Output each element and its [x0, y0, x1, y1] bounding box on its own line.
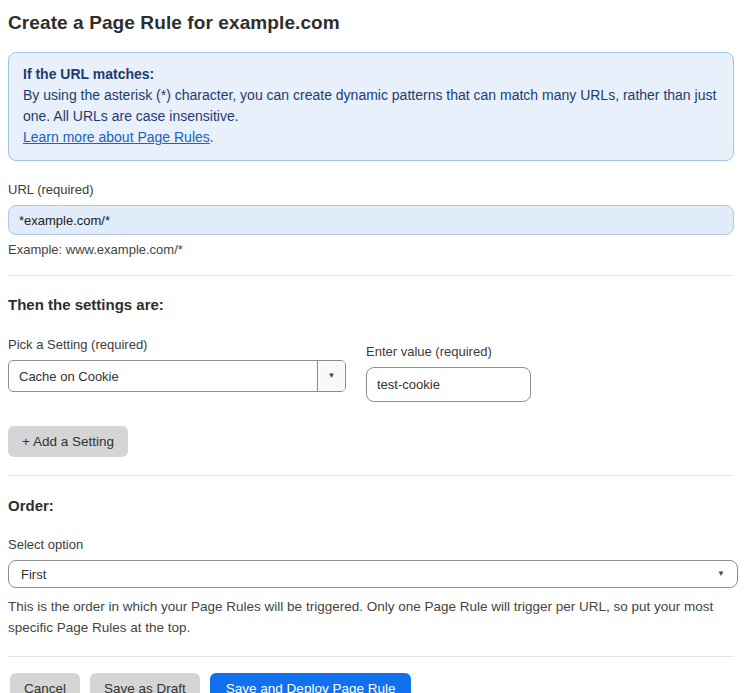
learn-more-link[interactable]: Learn more about Page Rules: [23, 129, 210, 145]
divider: [8, 656, 734, 657]
order-helper: This is the order in which your Page Rul…: [8, 596, 734, 638]
chevron-down-icon: ▼: [717, 570, 725, 578]
info-box-heading: If the URL matches:: [23, 66, 154, 82]
divider: [8, 475, 734, 476]
cancel-button[interactable]: Cancel: [10, 673, 80, 693]
info-box-body: By using the asterisk (*) character, you…: [23, 85, 719, 127]
settings-row: Pick a Setting (required) Cache on Cooki…: [8, 337, 734, 402]
setting-select[interactable]: Cache on Cookie ▼: [8, 360, 346, 392]
footer-actions: Cancel Save as Draft Save and Deploy Pag…: [10, 673, 734, 693]
divider: [8, 275, 734, 276]
save-deploy-button[interactable]: Save and Deploy Page Rule: [210, 673, 412, 693]
order-select[interactable]: First ▼: [8, 560, 738, 588]
setting-value-group: Enter value (required): [366, 344, 531, 402]
setting-select-value: Cache on Cookie: [9, 361, 317, 391]
save-draft-button[interactable]: Save as Draft: [90, 673, 200, 693]
link-suffix: .: [210, 129, 214, 145]
settings-heading: Then the settings are:: [8, 296, 734, 313]
order-select-value: First: [21, 567, 46, 582]
url-helper: Example: www.example.com/*: [8, 242, 734, 257]
setting-select-label: Pick a Setting (required): [8, 337, 346, 352]
info-box: If the URL matches: By using the asteris…: [8, 52, 734, 161]
order-heading: Order:: [8, 497, 734, 514]
setting-select-group: Pick a Setting (required) Cache on Cooki…: [8, 337, 346, 402]
url-label: URL (required): [8, 182, 734, 197]
value-input[interactable]: [366, 367, 531, 402]
order-select-label: Select option: [8, 537, 734, 552]
page-title: Create a Page Rule for example.com: [8, 12, 734, 34]
url-input[interactable]: [8, 205, 734, 235]
info-box-link-line: Learn more about Page Rules.: [23, 127, 719, 148]
page-rule-form: Create a Page Rule for example.com If th…: [0, 0, 750, 693]
setting-select-arrow-button[interactable]: ▼: [317, 361, 345, 391]
chevron-down-icon: ▼: [328, 372, 336, 380]
value-input-label: Enter value (required): [366, 344, 531, 359]
add-setting-button[interactable]: + Add a Setting: [8, 426, 128, 457]
